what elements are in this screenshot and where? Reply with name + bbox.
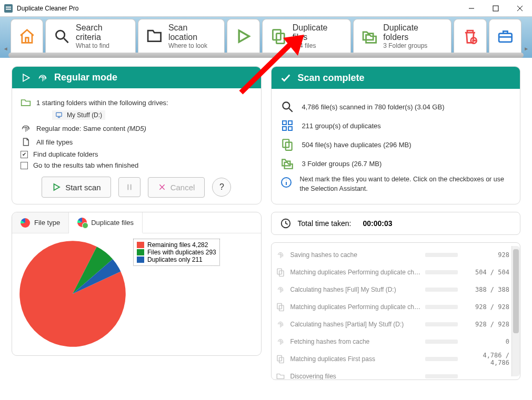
minimize-button[interactable]: [459, 0, 484, 17]
time-taken-bar: Total time taken: 00:00:03: [271, 212, 521, 235]
progress-row: Matching duplicates First pass4,786 / 4,…: [275, 350, 512, 367]
regular-mode-panel: Regular mode 1 starting folders within t…: [12, 66, 262, 204]
delete-button[interactable]: [454, 19, 487, 53]
goto-results-checkbox[interactable]: [21, 162, 28, 169]
duplicate-folders-sub: 3 Folder groups: [383, 42, 444, 49]
progress-icon: [275, 285, 286, 294]
help-button[interactable]: ?: [212, 178, 231, 197]
toolbar-grip[interactable]: [8, 53, 524, 58]
progress-label: Calculating hashes [Partial] My Stuff (D…: [290, 321, 421, 328]
tab-file-type[interactable]: File type: [12, 212, 69, 233]
toolbar-scroll-right[interactable]: ►: [523, 18, 530, 53]
chart-panel: File type Duplicate files Remaining file…: [12, 212, 262, 356]
starting-folders-text: 1 starting folders within the following …: [36, 99, 168, 107]
scan-complete-header: Scan complete: [272, 67, 520, 89]
duplicate-files-label: Duplicate files: [293, 23, 343, 42]
progress-icon: [275, 268, 286, 277]
svg-point-4: [56, 30, 65, 39]
progress-label: Discovering files: [290, 373, 421, 380]
svg-rect-22: [288, 127, 292, 130]
progress-label: Matching duplicates Performing duplicate…: [290, 269, 421, 276]
monitor-icon: [55, 111, 63, 119]
progress-value: 0: [464, 338, 511, 345]
tab-duplicate-files[interactable]: Duplicate files: [69, 212, 143, 233]
pause-button[interactable]: [118, 177, 140, 197]
duplicate-folders-button[interactable]: Duplicate folders 3 Folder groups: [353, 19, 451, 53]
progress-bar: [425, 253, 458, 257]
start-scan-button[interactable]: Start scan: [42, 177, 111, 198]
progress-row: Calculating hashes [Full] My Stuff (D:)3…: [275, 281, 512, 298]
progress-bar: [425, 288, 458, 292]
search-criteria-label: Search criteria: [76, 23, 128, 42]
duplicate-files-button[interactable]: Duplicate files 504 files: [262, 19, 351, 53]
info-icon: [280, 175, 293, 190]
pie-chart: [17, 239, 128, 349]
progress-row: Matching duplicates Performing duplicate…: [275, 263, 512, 281]
toolbox-button[interactable]: [489, 19, 522, 53]
duplicate-folders-label: Duplicate folders: [383, 23, 444, 42]
find-folders-checkbox[interactable]: ✔: [21, 151, 28, 158]
progress-label: Calculating hashes [Full] My Stuff (D:): [290, 286, 421, 293]
progress-row: Saving hashes to cache928: [275, 246, 512, 263]
svg-line-18: [289, 108, 293, 112]
clock-icon: [280, 218, 292, 229]
pie-icon: [77, 218, 87, 227]
fingerprint-icon: [21, 123, 31, 134]
scan-location-button[interactable]: Scan location Where to look: [138, 19, 225, 53]
progress-row: Matching duplicates Performing duplicate…: [275, 298, 512, 315]
toolbar-scroll-left[interactable]: ◄: [2, 18, 9, 53]
regular-mode-header: Regular mode: [12, 67, 261, 88]
titlebar: Duplicate Cleaner Pro: [0, 0, 532, 17]
progress-icon: [275, 337, 286, 346]
svg-rect-20: [288, 121, 292, 125]
progress-label: Matching duplicates First pass: [290, 355, 421, 363]
pie-icon: [21, 218, 30, 228]
svg-line-5: [64, 38, 68, 43]
app-icon: [4, 4, 13, 13]
progress-row: Discovering files: [275, 367, 512, 380]
progress-value: 504 / 504: [464, 269, 511, 276]
run-tab[interactable]: [227, 19, 260, 53]
file-icon: [21, 137, 31, 147]
progress-icon: [275, 372, 286, 381]
progress-value: 928 / 928: [464, 303, 511, 311]
progress-bar: [425, 374, 458, 378]
progress-icon: [275, 354, 286, 364]
files-icon: [280, 137, 295, 152]
progress-bar: [425, 305, 458, 309]
scan-location-sub: Where to look: [168, 42, 217, 49]
scrollbar[interactable]: [511, 246, 520, 376]
scan-complete-panel: Scan complete 4,786 file(s) scanned in 7…: [271, 66, 521, 204]
search-criteria-button[interactable]: Search criteria What to find: [45, 19, 136, 53]
progress-label: Saving hashes to cache: [290, 251, 421, 259]
fingerprint-icon: [37, 73, 48, 83]
progress-icon: [275, 250, 286, 260]
progress-row: Fetching hashes from cache0: [275, 333, 512, 350]
maximize-button[interactable]: [484, 0, 508, 17]
window-title: Duplicate Cleaner Pro: [17, 5, 459, 12]
svg-rect-21: [283, 127, 286, 130]
regular-mode-title: Regular mode: [54, 72, 117, 83]
folders-icon: [280, 156, 295, 171]
close-button[interactable]: [508, 0, 532, 17]
progress-row: Calculating hashes [Partial] My Stuff (D…: [275, 315, 512, 333]
search-icon: [280, 99, 295, 114]
svg-rect-19: [283, 121, 286, 125]
progress-value: 4,786 / 4,786: [464, 352, 511, 366]
legend-swatch-withdup: [137, 249, 144, 255]
check-icon: [280, 72, 292, 84]
home-button[interactable]: [11, 19, 44, 53]
progress-label: Matching duplicates Performing duplicate…: [290, 303, 421, 311]
chart-legend: Remaining files 4,282 Files with duplica…: [133, 239, 220, 266]
progress-label: Fetching hashes from cache: [290, 338, 421, 345]
folder-icon: [21, 98, 31, 107]
cancel-button[interactable]: Cancel: [148, 177, 205, 198]
toolbar: ◄ Search criteria What to find Scan loca…: [0, 17, 532, 58]
progress-value: 928 / 928: [464, 321, 511, 328]
scrollbar-thumb[interactable]: [513, 249, 519, 333]
time-value: 00:00:03: [363, 219, 392, 228]
legend-swatch-duponly: [137, 257, 144, 263]
progress-list: Saving hashes to cache928Matching duplic…: [271, 242, 521, 380]
svg-rect-10: [56, 112, 62, 116]
progress-icon: [275, 302, 286, 312]
